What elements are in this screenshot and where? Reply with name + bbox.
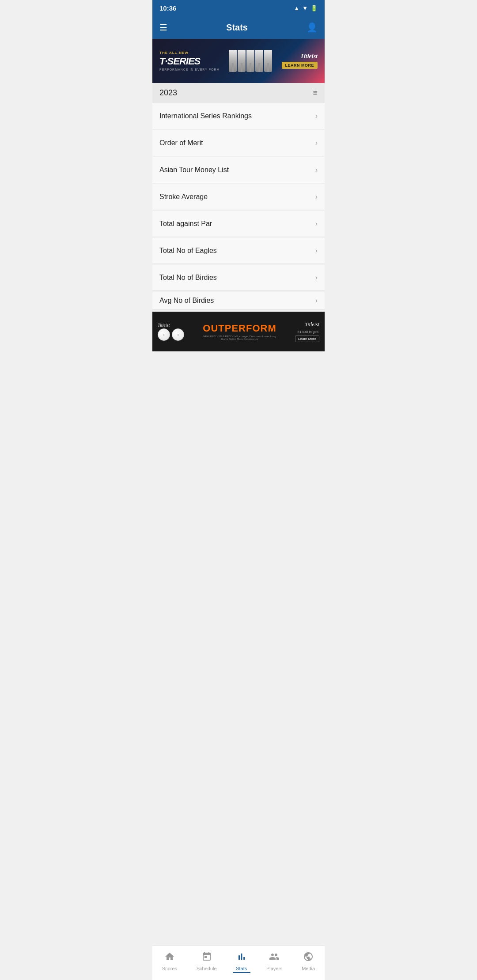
list-item-stroke-average[interactable]: Stroke Average › xyxy=(152,184,325,210)
list-item-label: Stroke Average xyxy=(159,193,208,201)
chevron-right-icon: › xyxy=(315,193,318,201)
list-item-label: Total against Par xyxy=(159,220,212,228)
chevron-right-icon: › xyxy=(315,297,318,305)
chevron-right-icon: › xyxy=(315,112,318,120)
ad-brand-name: Titleist xyxy=(300,53,318,60)
year-text: 2023 xyxy=(159,88,177,98)
stats-list: International Series Rankings › Order of… xyxy=(152,103,325,310)
ad-titleist-small: Titleist xyxy=(158,323,184,328)
chevron-right-icon: › xyxy=(315,139,318,147)
iron-2 xyxy=(238,50,246,72)
pro-v1-label: NEW PRO V1® & PRO V1x® • Longer Distance… xyxy=(200,335,280,340)
chevron-right-icon: › xyxy=(315,220,318,228)
iron-5 xyxy=(264,50,272,72)
ad-bottom-center: OUTPERFORM NEW PRO V1® & PRO V1x® • Long… xyxy=(200,323,280,340)
list-item-order-of-merit[interactable]: Order of Merit › xyxy=(152,130,325,156)
list-item-total-no-birdies[interactable]: Total No of Birdies › xyxy=(152,265,325,291)
app-header: ☰ Stats 👤 xyxy=(152,16,325,39)
page-title: Stats xyxy=(226,23,248,33)
filter-icon[interactable]: ≡ xyxy=(313,88,318,98)
ad-bottom-right: Titleist #1 ball in golf. Learn More xyxy=(295,321,319,342)
pro-v1-balls: ● ● xyxy=(158,328,184,341)
battery-icon: 🔋 xyxy=(310,5,318,11)
iron-4 xyxy=(255,50,263,72)
outperform-text: OUTPERFORM xyxy=(203,323,276,334)
ad-titleist-right: Titleist LEARN MORE xyxy=(282,53,318,69)
iron-3 xyxy=(246,50,254,72)
signal-icon: ▲ xyxy=(294,5,299,11)
ad-bottom-left: Titleist ● ● xyxy=(158,323,184,341)
status-bar: 10:36 ▲ ▼ 🔋 xyxy=(152,0,325,16)
ad-learn-more-bottom-button[interactable]: Learn More xyxy=(295,335,319,342)
ad-tseries-left: THE ALL-NEW T·SERIES PERFORMANCE IN EVER… xyxy=(159,51,220,71)
golf-ball-1: ● xyxy=(158,328,170,341)
list-item-international-series[interactable]: International Series Rankings › xyxy=(152,103,325,129)
ad-tagline-right: #1 ball in golf. xyxy=(298,330,319,334)
ad-tagline: THE ALL-NEW xyxy=(159,51,220,55)
list-item-label: International Series Rankings xyxy=(159,112,252,120)
chevron-right-icon: › xyxy=(315,247,318,255)
list-item-label: Order of Merit xyxy=(159,139,203,147)
ad-banner-top[interactable]: THE ALL-NEW T·SERIES PERFORMANCE IN EVER… xyxy=(152,39,325,83)
list-item-asian-tour-money[interactable]: Asian Tour Money List › xyxy=(152,157,325,183)
ad-titleist-logo-right: Titleist xyxy=(305,321,319,328)
profile-icon[interactable]: 👤 xyxy=(307,22,318,33)
list-item-label: Avg No of Birdies xyxy=(159,297,214,305)
list-item-avg-no-birdies[interactable]: Avg No of Birdies › xyxy=(152,292,325,310)
menu-icon[interactable]: ☰ xyxy=(159,22,167,33)
ad-learn-more-button[interactable]: LEARN MORE xyxy=(282,62,318,69)
iron-1 xyxy=(229,50,237,72)
chevron-right-icon: › xyxy=(315,274,318,282)
status-icons: ▲ ▼ 🔋 xyxy=(294,5,318,11)
list-item-label: Total No of Birdies xyxy=(159,274,217,282)
chevron-right-icon: › xyxy=(315,166,318,174)
list-item-total-against-par[interactable]: Total against Par › xyxy=(152,211,325,237)
ad-banner-bottom[interactable]: Titleist ● ● OUTPERFORM NEW PRO V1® & PR… xyxy=(152,312,325,351)
ad-logo: T·SERIES xyxy=(159,56,220,67)
list-item-label: Asian Tour Money List xyxy=(159,166,229,174)
wifi-icon: ▼ xyxy=(302,5,308,11)
golf-ball-2: ● xyxy=(172,328,184,341)
list-item-total-no-eagles[interactable]: Total No of Eagles › xyxy=(152,238,325,264)
list-item-label: Total No of Eagles xyxy=(159,247,217,255)
ad-irons-image xyxy=(229,50,272,72)
ad-subtext: PERFORMANCE IN EVERY FORM xyxy=(159,68,220,71)
year-selector[interactable]: 2023 ≡ xyxy=(152,83,325,103)
status-time: 10:36 xyxy=(159,4,176,12)
